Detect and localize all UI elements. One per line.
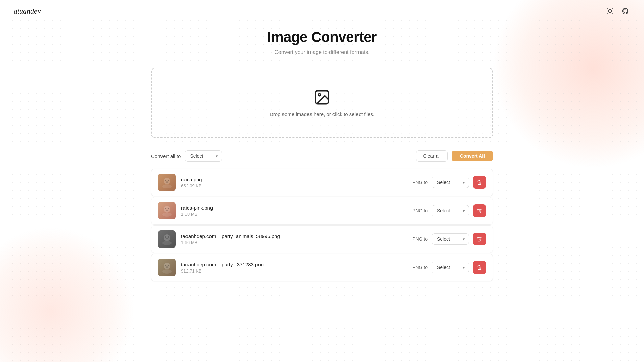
svg-line-8 [612, 9, 612, 9]
file-select-wrapper: Select JPG PNG WEBP GIF BMP [432, 233, 469, 245]
drop-zone-text: Drop some images here, or click to selec… [270, 111, 374, 117]
file-list: raica.png 652.09 KB PNG to Select JPG PN… [151, 169, 493, 281]
svg-point-29 [168, 265, 169, 266]
file-format-select[interactable]: Select JPG PNG WEBP GIF BMP [432, 205, 469, 216]
svg-line-7 [608, 13, 608, 14]
file-item-right: PNG to Select JPG PNG WEBP GIF BMP [412, 204, 486, 217]
clear-all-button[interactable]: Clear all [416, 150, 447, 162]
file-select-wrapper: Select JPG PNG WEBP GIF BMP [432, 262, 469, 273]
svg-point-17 [162, 213, 172, 217]
svg-point-14 [168, 180, 169, 181]
file-thumbnail [158, 230, 176, 248]
convert-all-left: Convert all to Select JPG PNG WEBP GIF B… [151, 150, 222, 162]
file-format-label: PNG to [412, 180, 428, 185]
image-upload-icon [313, 88, 331, 106]
svg-point-23 [165, 236, 166, 238]
github-icon [622, 7, 629, 15]
convert-all-button[interactable]: Convert All [452, 151, 493, 161]
delete-file-button[interactable] [473, 261, 486, 274]
header: atuandev [0, 0, 644, 22]
svg-point-15 [166, 181, 168, 183]
file-info: raica.png 652.09 KB [181, 177, 202, 188]
file-select-wrapper: Select JPG PNG WEBP GIF BMP [432, 205, 469, 216]
svg-point-24 [168, 236, 169, 238]
file-format-select[interactable]: Select JPG PNG WEBP GIF BMP [432, 262, 469, 273]
file-name: raica.png [181, 177, 202, 182]
page-subtitle: Convert your image to different formats. [151, 49, 493, 55]
svg-point-13 [165, 180, 166, 181]
trash-icon [477, 265, 482, 270]
delete-file-button[interactable] [473, 204, 486, 217]
file-size: 1.68 MB [181, 212, 213, 217]
file-format-select[interactable]: Select JPG PNG WEBP GIF BMP [432, 233, 469, 245]
file-select-wrapper: Select JPG PNG WEBP GIF BMP [432, 177, 469, 188]
file-thumbnail [158, 259, 176, 276]
file-item: taoanhdep.com__party...371283.png 912.71… [151, 254, 493, 281]
convert-all-label: Convert all to [151, 153, 181, 159]
delete-file-button[interactable] [473, 176, 486, 189]
convert-all-bar: Convert all to Select JPG PNG WEBP GIF B… [151, 150, 493, 162]
file-info: raica-pink.png 1.68 MB [181, 205, 213, 217]
github-link-button[interactable] [620, 6, 630, 16]
svg-point-19 [168, 208, 169, 209]
svg-point-22 [162, 241, 172, 245]
file-item: raica-pink.png 1.68 MB PNG to Select JPG… [151, 197, 493, 225]
page-title: Image Converter [151, 29, 493, 45]
file-format-label: PNG to [412, 208, 428, 213]
svg-point-20 [166, 210, 168, 211]
file-item-right: PNG to Select JPG PNG WEBP GIF BMP [412, 233, 486, 245]
svg-point-25 [166, 238, 168, 239]
svg-point-27 [162, 269, 172, 274]
file-name: raica-pink.png [181, 205, 213, 211]
file-size: 1.66 MB [181, 240, 280, 245]
svg-line-3 [608, 9, 608, 9]
file-item-right: PNG to Select JPG PNG WEBP GIF BMP [412, 176, 486, 189]
file-format-label: PNG to [412, 236, 428, 242]
delete-file-button[interactable] [473, 233, 486, 245]
svg-point-28 [165, 265, 166, 266]
svg-point-0 [608, 9, 611, 12]
trash-icon [477, 180, 482, 185]
svg-point-26 [164, 263, 170, 269]
file-thumbnail [158, 202, 176, 219]
svg-point-12 [162, 184, 172, 188]
file-item-right: PNG to Select JPG PNG WEBP GIF BMP [412, 261, 486, 274]
trash-icon [477, 236, 482, 242]
trash-icon [477, 208, 482, 213]
file-name: taoanhdep.com__party_animals_58996.png [181, 233, 280, 239]
file-name: taoanhdep.com__party...371283.png [181, 262, 264, 267]
file-item: taoanhdep.com__party_animals_58996.png 1… [151, 225, 493, 253]
file-size: 912.71 KB [181, 268, 264, 274]
svg-point-18 [165, 208, 166, 209]
file-format-select[interactable]: Select JPG PNG WEBP GIF BMP [432, 177, 469, 188]
convert-all-select[interactable]: Select JPG PNG WEBP GIF BMP [185, 150, 222, 162]
convert-all-right: Clear all Convert All [416, 150, 493, 162]
svg-line-4 [612, 13, 612, 14]
svg-point-11 [164, 178, 170, 184]
brand-logo: atuandev [14, 7, 41, 16]
header-icons [605, 6, 630, 16]
svg-point-21 [164, 234, 170, 241]
file-item-left: raica.png 652.09 KB [158, 174, 202, 191]
file-item-left: raica-pink.png 1.68 MB [158, 202, 213, 219]
convert-all-select-wrapper: Select JPG PNG WEBP GIF BMP [185, 150, 222, 162]
svg-point-30 [166, 266, 168, 268]
file-item-left: taoanhdep.com__party_animals_58996.png 1… [158, 230, 280, 248]
drop-zone[interactable]: Drop some images here, or click to selec… [151, 68, 493, 138]
sun-icon [606, 7, 614, 15]
file-info: taoanhdep.com__party_animals_58996.png 1… [181, 233, 280, 245]
file-format-label: PNG to [412, 265, 428, 270]
file-info: taoanhdep.com__party...371283.png 912.71… [181, 262, 264, 274]
file-item: raica.png 652.09 KB PNG to Select JPG PN… [151, 169, 493, 196]
file-thumbnail [158, 174, 176, 191]
theme-toggle-button[interactable] [605, 6, 615, 16]
file-item-left: taoanhdep.com__party...371283.png 912.71… [158, 259, 264, 276]
main-content: Image Converter Convert your image to di… [0, 22, 644, 302]
svg-point-16 [164, 206, 170, 213]
file-size: 652.09 KB [181, 183, 202, 188]
svg-point-10 [318, 94, 321, 96]
